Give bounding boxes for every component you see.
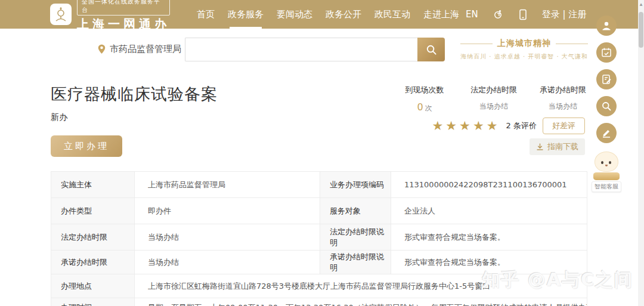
- download-icon: [536, 143, 544, 151]
- user-icon[interactable]: [596, 16, 617, 36]
- national-platform-badge: 全国一体化在线政务服务平台: [77, 0, 170, 16]
- watermark: 知乎 @A与C之间: [482, 268, 633, 292]
- service-subtype: 新办: [51, 112, 67, 123]
- row-label: 服务对象: [320, 198, 391, 224]
- table-row: 实施主体 上海市药品监督管理局 业务办理项编码 1131000000242209…: [51, 172, 587, 198]
- row-value: 星期一至星期五，上午09:00至11:30，下午13:30至16:30（法定节假…: [135, 298, 587, 306]
- department-selector[interactable]: 市药品监督管理局: [98, 44, 181, 55]
- top-header: 全国一体化在线政务服务平台 上海一网通办 首页政务服务要闻动态政务公开政民互动走…: [0, 0, 644, 29]
- star-rating: ★★★★★: [432, 120, 500, 132]
- mobile-phone-icon[interactable]: [519, 9, 527, 20]
- stat-value: 当场办结: [538, 101, 587, 112]
- brand-block[interactable]: 全国一体化在线政务服务平台 上海一网通办: [50, 0, 170, 32]
- pencil-icon[interactable]: [596, 123, 617, 143]
- stat-label: 到现场次数: [400, 85, 449, 95]
- table-row: 办理时间 星期一至星期五，上午09:00至11:30，下午13:30至16:30…: [51, 298, 587, 306]
- nav-item[interactable]: 走进上海: [417, 0, 466, 29]
- search-button[interactable]: [417, 38, 445, 61]
- department-name: 市药品监督管理局: [110, 44, 181, 55]
- row-label: 法定办结时限说明: [320, 224, 391, 250]
- review-count: 2 条评价: [506, 120, 537, 131]
- city-spirit-title: 上海城市精神: [497, 38, 551, 49]
- accessibility-icon[interactable]: [493, 9, 504, 20]
- city-spirit-block: 上海城市精神 海纳百川 · 追求卓越 · 开明睿智 · 大气谦和: [460, 38, 588, 61]
- row-value: 上海市药品监督管理局: [135, 172, 320, 197]
- row-value: 企业法人: [391, 198, 587, 224]
- nav-item[interactable]: 政务公开: [319, 0, 368, 29]
- brand-text: 全国一体化在线政务服务平台 上海一网通办: [77, 0, 170, 32]
- row-value: 11310000002422098T231100136700001: [391, 172, 587, 197]
- language-switch[interactable]: EN: [466, 9, 478, 20]
- ai-assistant-mascot-icon[interactable]: [593, 152, 620, 180]
- row-label: 实施主体: [51, 172, 135, 197]
- stat-item: 法定办结时限 当场办结: [469, 85, 518, 113]
- row-label: 承诺办结时限说明: [320, 251, 391, 274]
- nav-item[interactable]: 政民互动: [368, 0, 417, 29]
- row-label: 承诺办结时限: [51, 251, 135, 274]
- row-label: 办理时间: [51, 298, 135, 306]
- ai-assistant-label: 智能客服: [592, 181, 621, 192]
- table-row: 法定办结时限 当场办结 法定办结时限说明 形式审查符合规定当场备案。: [51, 224, 587, 251]
- location-pin-icon: [98, 44, 106, 54]
- row-label: 业务办理项编码: [320, 172, 391, 197]
- main-nav: 首页政务服务要闻动态政务公开政民互动走进上海: [190, 0, 466, 29]
- nav-item[interactable]: 政务服务: [221, 0, 270, 29]
- page-title: 医疗器械临床试验备案: [51, 84, 218, 105]
- page: 全国一体化在线政务服务平台 上海一网通办 首页政务服务要闻动态政务公开政民互动走…: [0, 0, 644, 306]
- service-stats: 到现场次数 0次 法定办结时限 当场办结 承诺办结时限 当场办结: [400, 85, 587, 113]
- search-box: [185, 38, 445, 61]
- floating-toolbar: 智能客服: [592, 16, 621, 192]
- page-scrollbar[interactable]: ▲: [638, 0, 644, 306]
- nav-item[interactable]: 要闻动态: [270, 0, 319, 29]
- calendar-check-icon[interactable]: [596, 42, 617, 63]
- scroll-up-arrow[interactable]: ▲: [638, 2, 644, 6]
- search-icon[interactable]: [596, 96, 617, 116]
- city-spirit-slogan: 海纳百川 · 追求卓越 · 开明睿智 · 大气谦和: [460, 52, 588, 61]
- stat-label: 法定办结时限: [469, 85, 518, 95]
- row-label: 法定办结时限: [51, 224, 135, 250]
- magnifier-icon: [426, 44, 437, 55]
- row-label: 办件类型: [51, 198, 135, 224]
- site-title: 上海一网通办: [77, 16, 170, 32]
- divider: [556, 44, 588, 44]
- row-value: 即办件: [135, 198, 320, 224]
- header-utilities: EN 登录 | 注册: [466, 9, 586, 20]
- stat-value: 当场办结: [469, 101, 518, 112]
- row-value: 形式审查符合规定当场备案。: [391, 224, 587, 250]
- search-input[interactable]: [185, 38, 417, 61]
- row-value: 当场办结: [135, 251, 320, 274]
- shanghai-gov-logo-icon: [50, 4, 72, 25]
- divider: [460, 44, 493, 44]
- stat-value: 0次: [400, 101, 449, 113]
- document-edit-icon[interactable]: [596, 69, 617, 89]
- rating-row: ★★★★★ 2 条评价 好差评: [432, 118, 585, 134]
- apply-now-button[interactable]: 立即办理: [51, 135, 122, 157]
- scrollbar-thumb[interactable]: [639, 12, 643, 48]
- sub-header: 市药品监督管理局 上海城市精神 海纳百川 · 追求卓越 · 开明睿智 · 大气谦…: [0, 29, 644, 72]
- table-row: 办件类型 即办件 服务对象 企业法人: [51, 198, 587, 224]
- row-label: 办理地点: [51, 274, 135, 298]
- login-register-link[interactable]: 登录 | 注册: [542, 9, 587, 20]
- guide-download-button[interactable]: 指南下载: [530, 138, 585, 155]
- stat-item: 承诺办结时限 当场办结: [538, 85, 587, 113]
- city-spirit-title-row: 上海城市精神: [460, 38, 588, 49]
- stat-item: 到现场次数 0次: [400, 85, 449, 113]
- nav-item[interactable]: 首页: [190, 0, 221, 29]
- row-value: 当场办结: [135, 224, 320, 250]
- review-button[interactable]: 好差评: [543, 118, 585, 134]
- stat-label: 承诺办结时限: [538, 85, 587, 95]
